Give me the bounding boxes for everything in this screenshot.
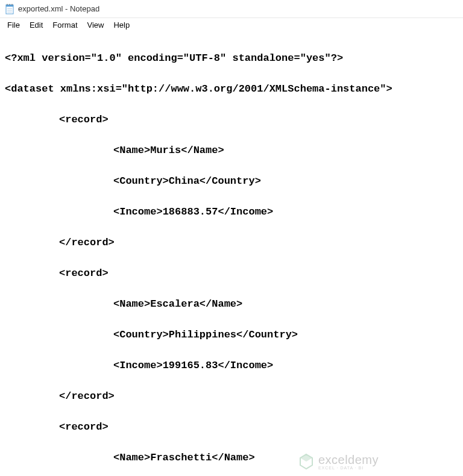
record-income: <Income>199165.83</Income> bbox=[5, 358, 458, 374]
record-name: <Name>Fraschetti</Name> bbox=[5, 450, 458, 466]
record-income: <Income>186883.57</Income> bbox=[5, 204, 458, 220]
record-close: </record> bbox=[5, 235, 458, 251]
record-name: <Name>Escalera</Name> bbox=[5, 296, 458, 312]
record-open: <record> bbox=[5, 112, 458, 128]
svg-point-3 bbox=[9, 4, 10, 5]
text-editor[interactable]: <?xml version="1.0" encoding="UTF-8" sta… bbox=[0, 31, 463, 476]
menu-bar: File Edit Format View Help bbox=[0, 18, 463, 31]
notepad-icon bbox=[5, 3, 14, 15]
menu-file[interactable]: File bbox=[2, 19, 25, 31]
svg-point-2 bbox=[7, 4, 8, 5]
menu-format[interactable]: Format bbox=[48, 19, 82, 31]
xml-root-open: <dataset xmlns:xsi="http://www.w3.org/20… bbox=[5, 81, 458, 97]
menu-edit[interactable]: Edit bbox=[25, 19, 48, 31]
menu-view[interactable]: View bbox=[83, 19, 109, 31]
xml-declaration: <?xml version="1.0" encoding="UTF-8" sta… bbox=[5, 51, 458, 66]
record-country: <Country>Philippines</Country> bbox=[5, 327, 458, 343]
svg-point-4 bbox=[11, 4, 13, 5]
record-country: <Country>China</Country> bbox=[5, 174, 458, 189]
record-open: <record> bbox=[5, 419, 458, 435]
menu-help[interactable]: Help bbox=[109, 19, 134, 31]
record-open: <record> bbox=[5, 266, 458, 281]
record-name: <Name>Muris</Name> bbox=[5, 143, 458, 158]
record-close: </record> bbox=[5, 389, 458, 404]
window-title: exported.xml - Notepad bbox=[18, 4, 99, 13]
title-bar: exported.xml - Notepad bbox=[0, 0, 463, 18]
